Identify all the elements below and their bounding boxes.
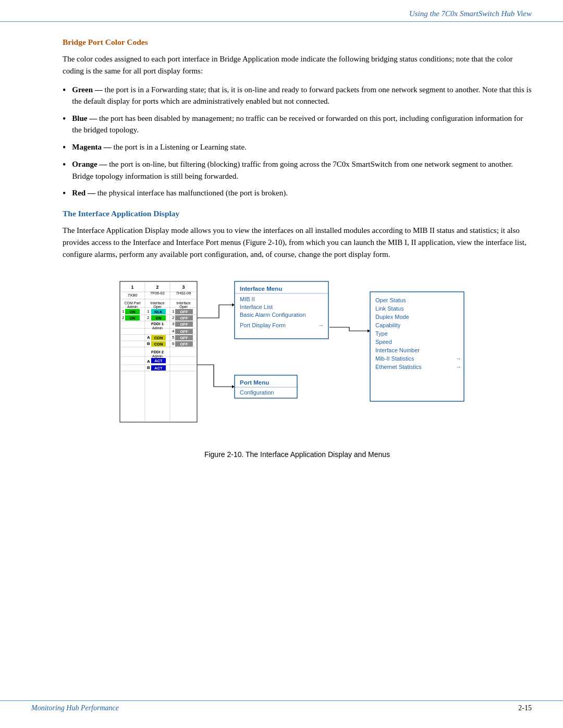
svg-text:FDDI 2: FDDI 2 [151,350,164,354]
svg-text:5: 5 [172,335,175,340]
svg-text:OFF: OFF [180,336,188,340]
list-item: • Blue — the port has been disabled by m… [63,113,532,136]
svg-text:3: 3 [182,285,185,290]
svg-text:Duplex Mode: Duplex Mode [375,314,409,320]
bullet-text: Red — the physical interface has malfunc… [72,187,532,199]
list-item: • Magenta — the port is in a Listening o… [63,141,532,154]
svg-text:Mib-II Statistics: Mib-II Statistics [375,355,414,362]
svg-text:A: A [147,359,150,364]
svg-text:Speed: Speed [375,339,392,345]
svg-text:Link Status: Link Status [375,305,404,312]
svg-text:B: B [147,365,150,370]
svg-text:Oper Status: Oper Status [375,297,406,303]
svg-text:CON: CON [154,336,163,340]
svg-text:OFF: OFF [180,310,188,314]
interface-app-body: The Interface Application Display mode a… [63,225,532,261]
page-container: Using the 7C0x SmartSwitch Hub View Brid… [0,0,563,728]
svg-text:NLK: NLK [154,310,163,314]
svg-text:7X80: 7X80 [128,293,138,298]
diagram-svg: 1 2 3 7X80 7F06-02 7H02-06 COM Part Admi… [115,276,480,443]
svg-text:ACT: ACT [154,366,163,371]
bullet-text: Green — the port is in a Forwarding stat… [72,84,532,107]
svg-text:Admin: Admin [152,326,163,330]
svg-text:A: A [147,335,150,340]
bullet-bold: Red — [72,189,95,197]
svg-text:Admin: Admin [127,305,138,309]
footer-right-text: 2-15 [518,704,532,712]
content-area: Bridge Port Color Codes The color codes … [0,22,563,485]
svg-text:Configuration: Configuration [240,389,274,396]
list-item: • Green — the port is in a Forwarding st… [63,84,532,107]
bullet-dot: • [63,85,66,96]
svg-text:7F06-02: 7F06-02 [150,291,165,295]
bullet-bold: Blue — [72,114,97,122]
bullet-dot: • [63,114,66,125]
diagram-wrap: 1 2 3 7X80 7F06-02 7H02-06 COM Part Admi… [115,276,480,443]
bullet-text: Blue — the port has been disabled by man… [72,113,532,136]
svg-text:→: → [456,355,461,362]
page-header: Using the 7C0x SmartSwitch Hub View [0,0,563,22]
svg-text:Interface: Interface [176,301,190,305]
footer-left-text: Monitoring Hub Performance [31,704,119,712]
svg-text:ON: ON [129,316,135,320]
svg-text:Port Menu: Port Menu [240,379,269,386]
bullet-bold: Magenta — [72,143,111,151]
svg-text:ACT: ACT [154,359,163,363]
svg-text:2: 2 [147,315,150,320]
list-item: • Orange — the port is on-line, but filt… [63,158,532,182]
bullet-bold: Orange — [72,160,107,168]
svg-text:Type: Type [375,330,388,337]
interface-app-heading: The Interface Application Display [63,209,532,218]
svg-text:COM Part: COM Part [124,301,140,305]
svg-text:→: → [456,364,461,370]
svg-text:ON: ON [155,316,161,320]
svg-text:Admin: Admin [152,354,163,358]
svg-text:3: 3 [172,322,175,326]
bullet-dot: • [63,188,66,200]
bullet-dot: • [63,159,66,171]
svg-text:Interface Menu: Interface Menu [240,286,282,292]
svg-text:Oper: Oper [179,305,188,309]
svg-text:Interface Number: Interface Number [375,347,420,353]
svg-text:Port Display Form: Port Display Form [240,322,286,328]
svg-text:Interface: Interface [150,301,164,305]
svg-text:→: → [318,322,324,328]
svg-text:Oper: Oper [153,305,162,309]
svg-text:2: 2 [172,315,175,320]
svg-text:1: 1 [147,309,150,314]
bridge-port-intro: The color codes assigned to each port in… [63,53,532,78]
svg-text:FDDI 1: FDDI 1 [151,322,164,326]
bullet-text: Orange — the port is on-line, but filter… [72,158,532,182]
bullet-dot: • [63,142,66,154]
bridge-port-heading: Bridge Port Color Codes [63,38,532,47]
page-footer: Monitoring Hub Performance 2-15 [0,700,563,712]
svg-text:1: 1 [122,309,125,314]
svg-text:OFF: OFF [180,316,188,320]
section-bridge-port: Bridge Port Color Codes The color codes … [63,38,532,200]
header-title: Using the 7C0x SmartSwitch Hub View [409,9,532,18]
svg-text:1: 1 [172,309,175,314]
svg-text:4: 4 [172,329,175,334]
svg-text:CON: CON [154,342,163,347]
svg-text:Capability: Capability [375,322,401,328]
bullet-text: Magenta — the port is in a Listening or … [72,141,532,153]
svg-text:Basic Alarm Configuration: Basic Alarm Configuration [240,312,306,318]
svg-text:MIB II: MIB II [240,296,255,302]
figure-area: 1 2 3 7X80 7F06-02 7H02-06 COM Part Admi… [63,276,532,459]
figure-caption: Figure 2-10. The Interface Application D… [204,450,390,459]
svg-text:B: B [147,341,150,346]
svg-text:OFF: OFF [180,322,188,327]
section-interface-app: The Interface Application Display The In… [63,209,532,261]
svg-text:OFF: OFF [180,342,188,347]
bullet-bold: Green — [72,85,102,94]
bullet-list: • Green — the port is in a Forwarding st… [63,84,532,200]
svg-text:1: 1 [131,285,133,290]
svg-text:Ethernet Statistics: Ethernet Statistics [375,364,422,370]
list-item: • Red — the physical interface has malfu… [63,187,532,200]
svg-text:ON: ON [129,310,135,314]
svg-text:Interface List: Interface List [240,304,273,310]
svg-text:2: 2 [122,315,125,320]
svg-text:7H02-06: 7H02-06 [176,291,191,295]
svg-text:6: 6 [172,341,175,346]
svg-text:2: 2 [156,285,158,290]
